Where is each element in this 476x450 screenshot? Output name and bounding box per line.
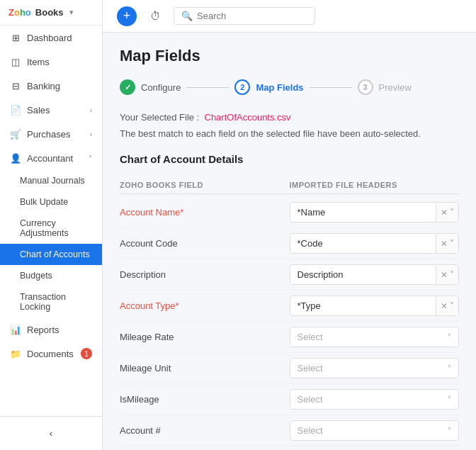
step-map-fields-label: Map Fields [256,82,303,93]
table-row: Account Type* *Type ✕ ˅ [120,291,459,322]
col-header-field: ZOHO BOOKS FIELD [120,181,290,189]
select-value-is-mileage: Select [298,394,323,405]
field-label-account-hash: Account # [120,425,290,436]
table-row: Mileage Rate Select ˅ [120,322,459,353]
sidebar-item-items[interactable]: ◫ Items [0,50,102,74]
table-row: Currency Select ˅ [120,446,459,450]
chevron-down-icon: ˅ [448,427,451,434]
bulk-update-label: Bulk Update [20,197,68,207]
collapse-icon: ‹ [50,428,52,439]
sidebar-item-accountant[interactable]: 👤 Accountant ˅ [0,146,102,170]
step-preview-label: Preview [379,82,412,93]
file-name: ChartOfAccounts.csv [205,112,291,123]
books-label: Books [35,7,64,18]
sidebar-label-accountant: Accountant [27,153,73,164]
select-clear-account-name[interactable]: ✕ ˅ [436,203,458,222]
field-select-is-mileage[interactable]: Select ˅ [290,389,460,410]
sidebar-bottom: ‹ [0,416,102,450]
chevron-down-icon: ˅ [448,395,451,403]
table-row: Account # Select ˅ [120,415,459,446]
sidebar-item-purchases[interactable]: 🛒 Purchases › [0,122,102,146]
table-row: Description Description ✕ ˅ [120,259,459,291]
step-connector-2 [310,87,352,88]
manual-journals-label: Manual Journals [20,176,85,186]
select-clear-description[interactable]: ✕ ˅ [436,266,458,284]
sidebar-item-manual-journals[interactable]: Manual Journals [0,170,102,191]
field-select-account-name[interactable]: *Name ✕ ˅ [290,202,460,223]
chevron-down-icon: ˅ [448,364,451,372]
field-select-mileage-unit[interactable]: Select ˅ [290,358,460,378]
accountant-chevron-icon: ˅ [89,154,92,162]
table-row: Account Name* *Name ✕ ˅ [120,197,459,228]
chevron-down-icon: ˅ [448,333,451,341]
select-clear-account-type[interactable]: ✕ ˅ [436,297,458,315]
field-select-account-hash[interactable]: Select ˅ [290,420,460,441]
topbar: + ⏱ 🔍 [103,0,476,33]
logo-dropdown-icon[interactable]: ▾ [69,8,74,17]
add-button[interactable]: + [117,6,137,26]
sidebar-item-chart-of-accounts[interactable]: Chart of Accounts [0,244,102,265]
sidebar-label-reports: Reports [27,325,60,335]
items-icon: ◫ [10,56,21,67]
reports-icon: 📊 [10,324,21,335]
field-table-header: ZOHO BOOKS FIELD IMPORTED FILE HEADERS [120,176,459,194]
select-value-account-name: *Name [290,203,436,222]
table-row: Account Code *Code ✕ ˅ [120,228,459,259]
sidebar-item-dashboard[interactable]: ⊞ Dashboard [0,26,102,50]
search-bar[interactable]: 🔍 [174,7,315,25]
sidebar-logo: Zoho Books ▾ [0,0,102,26]
auto-match-text: The best match to each field on the sele… [120,128,459,139]
search-icon: 🔍 [181,11,193,21]
select-value-description: Description [290,265,436,284]
sales-icon: 📄 [10,104,21,116]
sidebar-item-sales[interactable]: 📄 Sales › [0,98,102,122]
history-button[interactable]: ⏱ [145,6,165,26]
col-header-import: IMPORTED FILE HEADERS [290,181,460,189]
select-value-account-code: *Code [290,234,436,253]
field-label-description: Description [120,269,290,280]
purchases-chevron-icon: › [90,130,92,138]
accountant-icon: 👤 [10,152,21,164]
content-area: Map Fields ✓ Configure 2 Map Fields 3 Pr… [103,33,476,450]
sidebar-collapse-button[interactable]: ‹ [0,422,102,444]
step-preview-circle: 3 [358,79,373,95]
sidebar-item-reports[interactable]: 📊 Reports [0,317,102,342]
field-select-mileage-rate[interactable]: Select ˅ [290,327,460,347]
sidebar-label-sales: Sales [27,105,50,116]
sidebar-item-transaction-locking[interactable]: Transaction Locking [0,286,102,317]
field-select-description[interactable]: Description ✕ ˅ [290,264,460,285]
step-configure-label: Configure [141,82,181,93]
step-connector-1 [186,87,229,88]
transaction-locking-label: Transaction Locking [20,292,92,312]
search-input[interactable] [197,11,307,21]
field-table: ZOHO BOOKS FIELD IMPORTED FILE HEADERS A… [120,176,459,450]
sidebar-item-currency-adjustments[interactable]: Currency Adjustments [0,213,102,244]
field-label-account-name: Account Name* [120,207,290,218]
sidebar: Zoho Books ▾ ⊞ Dashboard ◫ Items ⊟ Banki… [0,0,103,450]
step-configure: ✓ Configure [120,79,181,95]
sidebar-item-budgets[interactable]: Budgets [0,265,102,286]
budgets-label: Budgets [20,271,52,281]
field-label-is-mileage: IsMileage [120,394,290,405]
step-map-fields-circle: 2 [234,79,250,95]
currency-adjustments-label: Currency Adjustments [20,218,92,238]
sidebar-label-purchases: Purchases [27,129,70,140]
field-select-account-code[interactable]: *Code ✕ ˅ [290,233,460,254]
sidebar-item-bulk-update[interactable]: Bulk Update [0,191,102,213]
sidebar-item-documents[interactable]: 📁 Documents 1 [0,342,102,366]
field-label-account-type: Account Type* [120,300,290,311]
field-label-mileage-rate: Mileage Rate [120,332,290,342]
table-row: Mileage Unit Select ˅ [120,353,459,384]
sidebar-item-banking[interactable]: ⊟ Banking [0,74,102,98]
documents-icon: 📁 [10,348,21,359]
select-value-mileage-rate: Select [298,332,323,342]
field-select-account-type[interactable]: *Type ✕ ˅ [290,296,460,316]
select-clear-account-code[interactable]: ✕ ˅ [436,235,458,253]
step-map-fields: 2 Map Fields [234,79,303,95]
select-value-account-hash: Select [298,425,323,436]
field-label-mileage-unit: Mileage Unit [120,363,290,373]
sales-chevron-icon: › [90,106,92,114]
file-info: Your Selected File : ChartOfAccounts.csv [120,112,459,123]
select-value-account-type: *Type [290,296,436,315]
purchases-icon: 🛒 [10,128,21,140]
